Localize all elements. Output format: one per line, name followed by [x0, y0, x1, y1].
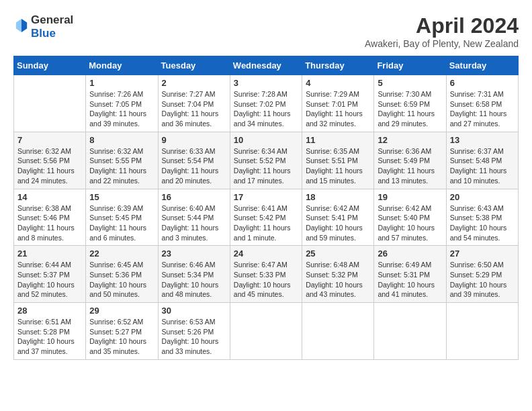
day-number: 9: [162, 135, 226, 145]
calendar-cell: 5Sunrise: 7:30 AMSunset: 6:59 PMDaylight…: [374, 75, 446, 132]
page-header: General Blue April 2024 Awakeri, Bay of …: [13, 13, 519, 49]
day-number: 23: [162, 248, 226, 259]
calendar-cell: [374, 303, 446, 360]
day-info: Sunrise: 6:45 AMSunset: 5:36 PMDaylight:…: [89, 260, 154, 300]
day-number: 10: [234, 135, 298, 145]
logo-line2: Blue: [31, 27, 73, 40]
day-number: 11: [306, 135, 370, 145]
weekday-header-friday: Friday: [374, 56, 446, 75]
day-number: 13: [450, 135, 515, 145]
day-number: 8: [89, 135, 154, 145]
calendar-cell: 17Sunrise: 6:41 AMSunset: 5:42 PMDayligh…: [230, 189, 302, 246]
day-info: Sunrise: 6:35 AMSunset: 5:51 PMDaylight:…: [306, 146, 370, 186]
calendar-week-row: 7Sunrise: 6:32 AMSunset: 5:56 PMDaylight…: [14, 132, 519, 189]
calendar-cell: [230, 303, 302, 360]
day-number: 29: [89, 306, 154, 316]
weekday-header-sunday: Sunday: [14, 56, 86, 75]
day-info: Sunrise: 6:34 AMSunset: 5:52 PMDaylight:…: [234, 146, 298, 186]
day-number: 22: [89, 248, 154, 259]
calendar-week-row: 21Sunrise: 6:44 AMSunset: 5:37 PMDayligh…: [14, 246, 519, 303]
day-info: Sunrise: 6:32 AMSunset: 5:55 PMDaylight:…: [89, 146, 154, 186]
weekday-header-tuesday: Tuesday: [158, 56, 230, 75]
calendar-cell: 3Sunrise: 7:28 AMSunset: 7:02 PMDaylight…: [230, 75, 302, 132]
day-number: 12: [378, 135, 442, 145]
calendar-header-row: SundayMondayTuesdayWednesdayThursdayFrid…: [14, 56, 519, 75]
day-info: Sunrise: 6:32 AMSunset: 5:56 PMDaylight:…: [17, 146, 82, 186]
day-info: Sunrise: 6:39 AMSunset: 5:45 PMDaylight:…: [89, 203, 154, 243]
logo-icon: [15, 17, 28, 34]
calendar-cell: [446, 303, 518, 360]
day-number: 14: [17, 192, 82, 202]
calendar-cell: 24Sunrise: 6:47 AMSunset: 5:33 PMDayligh…: [230, 246, 302, 303]
day-info: Sunrise: 6:37 AMSunset: 5:48 PMDaylight:…: [450, 146, 515, 186]
calendar-cell: 19Sunrise: 6:42 AMSunset: 5:40 PMDayligh…: [374, 189, 446, 246]
day-number: 1: [89, 78, 154, 88]
day-number: 19: [378, 192, 442, 202]
title-section: April 2024 Awakeri, Bay of Plenty, New Z…: [365, 13, 519, 49]
calendar-cell: 7Sunrise: 6:32 AMSunset: 5:56 PMDaylight…: [14, 132, 86, 189]
calendar-cell: 27Sunrise: 6:50 AMSunset: 5:29 PMDayligh…: [446, 246, 518, 303]
calendar-cell: 6Sunrise: 7:31 AMSunset: 6:58 PMDaylight…: [446, 75, 518, 132]
day-number: 21: [17, 248, 82, 259]
calendar-cell: 22Sunrise: 6:45 AMSunset: 5:36 PMDayligh…: [86, 246, 158, 303]
day-info: Sunrise: 6:42 AMSunset: 5:41 PMDaylight:…: [306, 203, 370, 243]
day-info: Sunrise: 7:27 AMSunset: 7:04 PMDaylight:…: [162, 89, 226, 129]
day-info: Sunrise: 6:48 AMSunset: 5:32 PMDaylight:…: [306, 260, 370, 300]
calendar-week-row: 1Sunrise: 7:26 AMSunset: 7:05 PMDaylight…: [14, 75, 519, 132]
day-number: 27: [450, 248, 515, 259]
day-number: 18: [306, 192, 370, 202]
day-info: Sunrise: 6:49 AMSunset: 5:31 PMDaylight:…: [378, 260, 442, 300]
day-number: 26: [378, 248, 442, 259]
day-info: Sunrise: 7:29 AMSunset: 7:01 PMDaylight:…: [306, 89, 370, 129]
calendar-week-row: 28Sunrise: 6:51 AMSunset: 5:28 PMDayligh…: [14, 303, 519, 360]
day-number: 7: [17, 135, 82, 145]
day-number: 30: [162, 306, 226, 316]
calendar-cell: 4Sunrise: 7:29 AMSunset: 7:01 PMDaylight…: [302, 75, 374, 132]
calendar-cell: 10Sunrise: 6:34 AMSunset: 5:52 PMDayligh…: [230, 132, 302, 189]
calendar-cell: [14, 75, 86, 132]
day-info: Sunrise: 6:42 AMSunset: 5:40 PMDaylight:…: [378, 203, 442, 243]
calendar-cell: 26Sunrise: 6:49 AMSunset: 5:31 PMDayligh…: [374, 246, 446, 303]
day-info: Sunrise: 7:28 AMSunset: 7:02 PMDaylight:…: [234, 89, 298, 129]
calendar-cell: 14Sunrise: 6:38 AMSunset: 5:46 PMDayligh…: [14, 189, 86, 246]
day-info: Sunrise: 6:50 AMSunset: 5:29 PMDaylight:…: [450, 260, 515, 300]
weekday-header-wednesday: Wednesday: [230, 56, 302, 75]
day-info: Sunrise: 6:38 AMSunset: 5:46 PMDaylight:…: [17, 203, 82, 243]
day-number: 3: [234, 78, 298, 88]
day-number: 4: [306, 78, 370, 88]
calendar-cell: 23Sunrise: 6:46 AMSunset: 5:34 PMDayligh…: [158, 246, 230, 303]
day-info: Sunrise: 6:40 AMSunset: 5:44 PMDaylight:…: [162, 203, 226, 243]
day-number: 5: [378, 78, 442, 88]
calendar-cell: 21Sunrise: 6:44 AMSunset: 5:37 PMDayligh…: [14, 246, 86, 303]
calendar-cell: 28Sunrise: 6:51 AMSunset: 5:28 PMDayligh…: [14, 303, 86, 360]
weekday-header-monday: Monday: [86, 56, 158, 75]
day-info: Sunrise: 6:47 AMSunset: 5:33 PMDaylight:…: [234, 260, 298, 300]
day-info: Sunrise: 7:26 AMSunset: 7:05 PMDaylight:…: [89, 89, 154, 129]
day-info: Sunrise: 6:41 AMSunset: 5:42 PMDaylight:…: [234, 203, 298, 243]
day-number: 24: [234, 248, 298, 259]
calendar-cell: [302, 303, 374, 360]
weekday-header-saturday: Saturday: [446, 56, 518, 75]
calendar-cell: 29Sunrise: 6:52 AMSunset: 5:27 PMDayligh…: [86, 303, 158, 360]
day-info: Sunrise: 6:33 AMSunset: 5:54 PMDaylight:…: [162, 146, 226, 186]
logo-line1: General: [31, 13, 73, 27]
calendar-cell: 9Sunrise: 6:33 AMSunset: 5:54 PMDaylight…: [158, 132, 230, 189]
day-number: 28: [17, 306, 82, 316]
day-number: 25: [306, 248, 370, 259]
calendar-cell: 16Sunrise: 6:40 AMSunset: 5:44 PMDayligh…: [158, 189, 230, 246]
calendar-cell: 18Sunrise: 6:42 AMSunset: 5:41 PMDayligh…: [302, 189, 374, 246]
day-info: Sunrise: 7:31 AMSunset: 6:58 PMDaylight:…: [450, 89, 515, 129]
day-number: 17: [234, 192, 298, 202]
day-info: Sunrise: 6:51 AMSunset: 5:28 PMDaylight:…: [17, 317, 82, 357]
calendar-cell: 1Sunrise: 7:26 AMSunset: 7:05 PMDaylight…: [86, 75, 158, 132]
day-number: 16: [162, 192, 226, 202]
day-info: Sunrise: 6:43 AMSunset: 5:38 PMDaylight:…: [450, 203, 515, 243]
calendar-cell: 8Sunrise: 6:32 AMSunset: 5:55 PMDaylight…: [86, 132, 158, 189]
day-info: Sunrise: 6:46 AMSunset: 5:34 PMDaylight:…: [162, 260, 226, 300]
month-title: April 2024: [365, 13, 519, 38]
day-info: Sunrise: 6:36 AMSunset: 5:49 PMDaylight:…: [378, 146, 442, 186]
logo: General Blue: [13, 13, 73, 40]
location: Awakeri, Bay of Plenty, New Zealand: [365, 38, 519, 49]
weekday-header-thursday: Thursday: [302, 56, 374, 75]
calendar-cell: 25Sunrise: 6:48 AMSunset: 5:32 PMDayligh…: [302, 246, 374, 303]
